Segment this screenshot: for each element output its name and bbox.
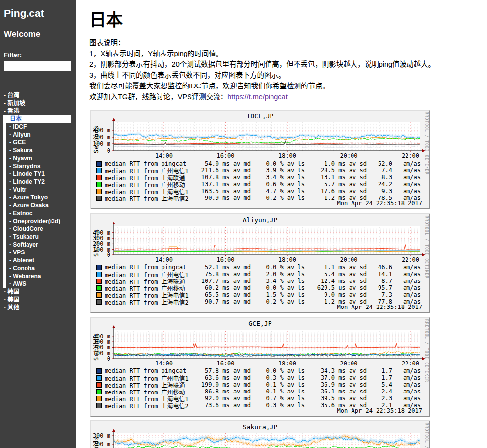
sidebar-item-selected[interactable]: 日本 <box>3 115 71 123</box>
sidebar-sub-item[interactable]: - Estnoc <box>9 209 72 217</box>
app-title: Ping.cat <box>4 7 72 20</box>
svg-text:16:00: 16:00 <box>216 256 234 263</box>
sidebar: Ping.cat Welcome Filter: - 台湾- 新加坡- 香港日本… <box>0 0 76 448</box>
legend-stat: 1.5 % av ls <box>251 291 305 298</box>
legend-stat: 107.7 ms av md <box>189 278 251 284</box>
sidebar-sub-list: - IDCF- Aliyun- GCE- Sakura- Nyavm- Star… <box>3 123 72 288</box>
svg-text:22:00: 22:00 <box>402 152 419 159</box>
legend-stat: 46.6 <box>367 264 392 271</box>
svg-text:14:00: 14:00 <box>155 256 173 263</box>
legend-color-swatch <box>96 375 102 381</box>
legend-stat: am/as <box>392 367 421 374</box>
sidebar-sub-item[interactable]: - VPS <box>9 249 72 256</box>
legend-stat: 1.0 ms av sd <box>305 160 367 167</box>
legend-stat: 57.8 ms av md <box>189 367 251 374</box>
rrdtool-credit: RRDTOOL / TOBI OETIKER <box>424 112 429 175</box>
legend-stat: 2.0 % av ls <box>251 271 305 278</box>
sidebar-item[interactable]: - 台湾 <box>4 91 72 99</box>
sidebar-sub-item[interactable]: - Linode TY1 <box>9 170 72 178</box>
graph-title: Aliyun,JP <box>91 216 429 224</box>
legend-stat: 0.3 % av ls <box>251 402 305 409</box>
main-content: 日本 图表说明：1，X轴表示时间，Y轴表示ping的时间值。2，阴影部分表示有抖… <box>76 10 487 448</box>
svg-text:16:00: 16:00 <box>216 152 234 159</box>
sidebar-item[interactable]: - 其他 <box>4 304 72 311</box>
legend-stat: 63.6 ms av md <box>189 374 251 381</box>
sidebar-item[interactable]: - 美国 <box>4 296 72 304</box>
sidebar-sub-item[interactable]: - Aliyun <box>9 131 72 139</box>
legend-stat: 52.1 ms av md <box>189 264 251 271</box>
sidebar-nav: - 台湾- 新加坡- 香港日本- IDCF- Aliyun- GCE- Saku… <box>4 91 72 311</box>
legend-stat: 7.4 <box>367 167 392 174</box>
legend-color-swatch <box>96 279 102 284</box>
sidebar-sub-item[interactable]: - Vultr <box>9 186 72 194</box>
svg-text:20:00: 20:00 <box>340 152 357 159</box>
sidebar-sub-item[interactable]: - Sakura <box>9 146 72 154</box>
legend-stat: am/as <box>392 374 421 381</box>
svg-text:18:00: 18:00 <box>278 152 296 159</box>
legend-stat: 9.0 ms av sd <box>305 291 367 298</box>
sidebar-sub-item[interactable]: - Azure Tokyo <box>9 194 72 201</box>
legend-stat: am/as <box>392 395 421 402</box>
sidebar-sub-item[interactable]: - IDCF <box>9 123 72 131</box>
legend-stat: am/as <box>392 188 421 195</box>
legend-stat: 137.1 ms av md <box>189 181 251 188</box>
description-line: 图表说明： <box>89 37 487 48</box>
sidebar-item[interactable]: - 韩国 <box>4 288 72 296</box>
legend-stat: 54.0 ms av md <box>189 160 251 167</box>
legend-color-swatch <box>96 403 102 408</box>
legend-stat: 5.4 ms av sd <box>305 271 367 278</box>
legend-color-swatch <box>96 168 102 173</box>
description-line: 2，阴影部分表示有抖动，20个测试数据包里有部分时间值高，但不丢包，阴影块越大，… <box>89 59 487 70</box>
svg-text:20:00: 20:00 <box>340 360 357 367</box>
description-line: 欢迎加入TG群，线路讨论，VPS评测交流：https://t.me/pingca… <box>89 91 487 102</box>
sidebar-sub-item[interactable]: - Tsukaeru <box>9 233 72 241</box>
legend-series-name: median RTT from 上海电信2 <box>105 298 189 306</box>
legend-series-name: median RTT from 上海电信2 <box>105 401 189 410</box>
legend-stat: 4.7 % av ls <box>251 188 305 195</box>
legend-stat: 0.3 % av ls <box>251 374 305 381</box>
rrdtool-credit: RRDTOOL / TOBI OETIKER <box>424 423 429 448</box>
filter-input[interactable] <box>4 61 71 71</box>
legend-stat: 0.0 % av ls <box>251 284 305 291</box>
sidebar-sub-item[interactable]: - Softlayer <box>9 241 72 249</box>
sidebar-sub-item[interactable]: - CloudCore <box>9 225 72 233</box>
sidebar-sub-item[interactable]: - Webarena <box>9 272 72 280</box>
legend-stat: 2.4 <box>367 388 392 395</box>
legend-stat: 1.1 ms av sd <box>305 264 367 271</box>
legend-stat: 8.7 <box>367 278 392 284</box>
sidebar-sub-item[interactable]: - Conoha <box>9 264 72 272</box>
rrdtool-credit: RRDTOOL / TOBI OETIKER <box>424 216 429 279</box>
legend-stat: 36.9 ms av sd <box>305 381 367 388</box>
graph-y-axis-label: Seconds <box>93 226 100 257</box>
legend-stat: 211.6 ms av md <box>189 167 251 174</box>
legend-stat: 13.1 ms av sd <box>305 174 367 181</box>
sidebar-sub-item[interactable]: - Ablenet <box>9 256 72 264</box>
legend-stat: 73.6 ms av md <box>189 402 251 409</box>
sidebar-sub-item[interactable]: - Linode TY2 <box>9 178 72 186</box>
telegram-link[interactable]: https://t.me/pingcat <box>227 93 288 101</box>
sidebar-sub-item[interactable]: - Starrydns <box>9 162 72 170</box>
legend-stat: am/as <box>392 284 421 291</box>
legend-stat: 39.5 ms av sd <box>305 395 367 402</box>
legend-stat: 629.5 us av sd <box>305 284 367 291</box>
legend-stat: 34.3 ms av sd <box>305 367 367 374</box>
sidebar-sub-item[interactable]: - GCE <box>9 139 72 146</box>
svg-text:14:00: 14:00 <box>155 360 173 367</box>
sidebar-sub-item[interactable]: - Azure Osaka <box>9 201 72 209</box>
legend-stat: 5.7 ms av sd <box>305 181 367 188</box>
page-title: 日本 <box>89 10 487 29</box>
graph-timestamp: Mon Apr 24 22:35:18 2017 <box>337 407 422 414</box>
graph-legend: median RTT from pingcat52.1 ms av md0.0 … <box>96 264 421 305</box>
legend-color-swatch <box>96 265 102 270</box>
graph-y-axis-label: Seconds <box>93 330 100 361</box>
sidebar-item[interactable]: - 新加坡 <box>4 99 72 107</box>
legend-stat: am/as <box>392 388 421 395</box>
sidebar-sub-item[interactable]: - Oneprovider(i3d) <box>9 217 72 225</box>
graph-legend: median RTT from pingcat57.8 ms av md0.0 … <box>96 367 421 409</box>
legend-stat: am/as <box>392 264 421 271</box>
svg-text:22:00: 22:00 <box>402 256 419 263</box>
graph-panel-sakura: 0100 m200 m300 m14:0016:0018:0020:0022:0… <box>90 420 430 448</box>
sidebar-sub-item[interactable]: - Nyavm <box>9 154 72 162</box>
sidebar-sub-item[interactable]: - AWS <box>9 280 72 288</box>
sidebar-item[interactable]: - 香港 <box>4 107 72 115</box>
